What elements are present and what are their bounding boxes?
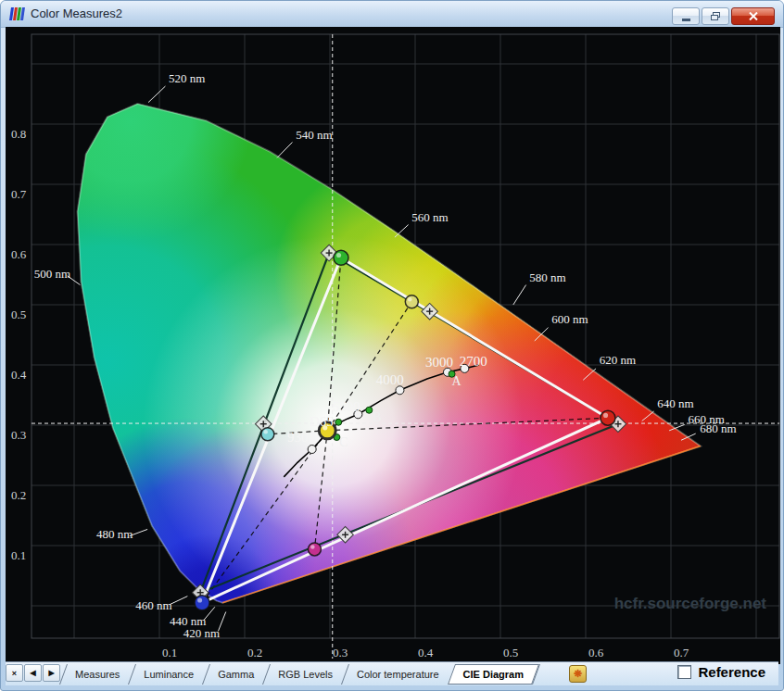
minimize-icon [682, 19, 690, 21]
white-point-label: D65 [310, 414, 334, 429]
tab-label: Gamma [218, 669, 254, 680]
svg-text:580 nm: 580 nm [529, 270, 565, 284]
marker-measured-green [334, 250, 348, 265]
svg-text:0.4: 0.4 [418, 646, 434, 660]
tab-label: CIE Diagram [463, 669, 524, 680]
svg-text:0.5: 0.5 [503, 646, 518, 660]
svg-text:500 nm: 500 nm [34, 267, 70, 281]
tab-label: Measures [75, 669, 120, 680]
hcfr-app-icon [9, 6, 24, 21]
svg-text:4000: 4000 [376, 372, 404, 387]
svg-text:A: A [452, 374, 462, 388]
tab-close-button[interactable]: × [6, 664, 23, 682]
tab-label: Color temperature [357, 669, 439, 680]
tab-next-button[interactable]: ▶ [43, 664, 60, 682]
svg-text:0.7: 0.7 [674, 646, 689, 660]
svg-text:0.1: 0.1 [11, 548, 26, 562]
tab-nav: × ◀ ▶ [6, 664, 60, 682]
tab-label: Luminance [144, 669, 194, 680]
tab-rgb-levels[interactable]: RGB Levels [266, 664, 345, 685]
restore-button[interactable] [702, 7, 729, 25]
tab-color-temperature[interactable]: Color temperature [345, 664, 451, 685]
svg-text:620 nm: 620 nm [600, 353, 636, 367]
window-title: Color Measures2 [31, 1, 122, 26]
restore-icon [711, 12, 720, 20]
svg-text:480 nm: 480 nm [96, 527, 133, 541]
app-window: Color Measures2 0.10.20.30.40.50.60.70.1… [0, 0, 784, 691]
svg-text:0.6: 0.6 [11, 247, 27, 261]
svg-text:520 nm: 520 nm [169, 71, 205, 85]
tab-gamma[interactable]: Gamma [206, 664, 266, 685]
svg-text:640 nm: 640 nm [657, 396, 693, 410]
marker-measured-magenta [308, 543, 321, 556]
svg-text:0.7: 0.7 [11, 187, 27, 201]
marker-measured-yellow [405, 295, 418, 308]
svg-text:B: B [373, 410, 381, 424]
svg-text:420 nm: 420 nm [183, 626, 220, 640]
svg-text:5500: 5500 [333, 399, 360, 414]
svg-text:0.3: 0.3 [11, 428, 26, 442]
tab-luminance[interactable]: Luminance [132, 664, 206, 685]
svg-text:C: C [339, 435, 348, 449]
tab-strip: MeasuresLuminanceGammaRGB LevelsColor te… [63, 664, 537, 685]
tab-measures[interactable]: Measures [63, 664, 132, 685]
reference-checkbox-label: Reference [698, 664, 765, 680]
svg-text:680 nm: 680 nm [700, 421, 736, 435]
title-bar[interactable]: Color Measures2 [1, 1, 783, 28]
close-button[interactable] [731, 7, 775, 25]
svg-text:0.6: 0.6 [588, 646, 604, 660]
close-icon [749, 12, 758, 20]
svg-text:600 nm: 600 nm [551, 312, 588, 326]
svg-text:0.5: 0.5 [11, 308, 26, 321]
svg-text:0.8: 0.8 [11, 127, 26, 141]
svg-text:0.3: 0.3 [333, 646, 348, 660]
tab-strip-end [536, 664, 537, 685]
marker-measured-cyan [261, 428, 274, 441]
tab-bar: × ◀ ▶ MeasuresLuminanceGammaRGB LevelsCo… [6, 661, 778, 685]
svg-text:0.1: 0.1 [162, 646, 177, 660]
watermark: hcfr.sourceforge.net [614, 595, 767, 612]
svg-text:540 nm: 540 nm [296, 128, 332, 142]
reference-checkbox[interactable]: Reference [677, 664, 765, 680]
pattern-generator-icon: ❋ [569, 665, 587, 683]
svg-text:3000: 3000 [425, 355, 453, 370]
minimize-button[interactable] [672, 7, 700, 25]
svg-text:2700: 2700 [460, 354, 487, 369]
svg-text:9300: 9300 [287, 430, 315, 445]
svg-text:0.2: 0.2 [11, 488, 26, 502]
reference-checkbox-box[interactable] [677, 665, 691, 679]
svg-text:0.4: 0.4 [11, 368, 27, 382]
tab-cie-diagram[interactable]: CIE Diagram [451, 664, 536, 685]
marker-measured-blue [195, 596, 209, 610]
cie-diagram-canvas: 0.10.20.30.40.50.60.70.10.20.30.40.50.60… [6, 27, 780, 664]
marker-measured-red [601, 410, 615, 425]
svg-text:0.2: 0.2 [247, 646, 262, 660]
svg-text:460 nm: 460 nm [135, 598, 171, 612]
cie-diagram-svg: 0.10.20.30.40.50.60.70.10.20.30.40.50.60… [6, 27, 780, 664]
tab-prev-button[interactable]: ◀ [24, 664, 42, 682]
tab-label: RGB Levels [278, 669, 333, 680]
svg-text:560 nm: 560 nm [411, 210, 448, 224]
